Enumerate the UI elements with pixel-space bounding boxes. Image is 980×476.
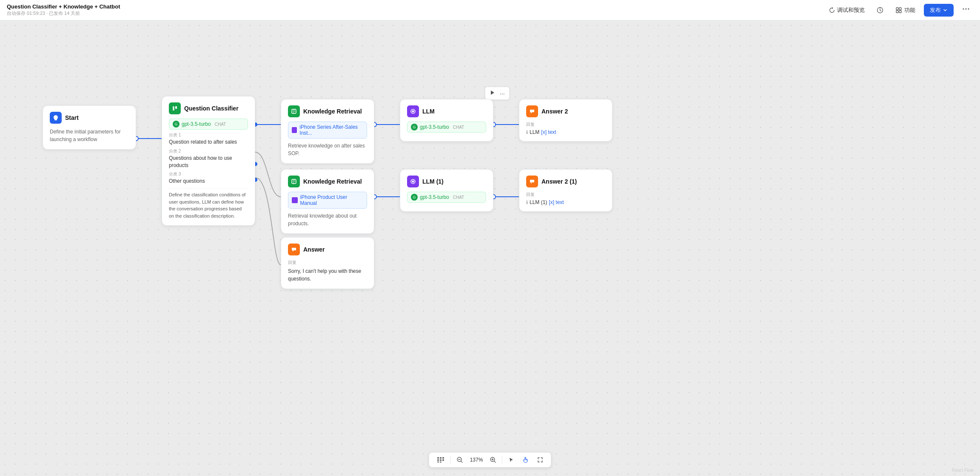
question-classifier-node: Question Classifier G gpt-3.5-turbo CHAT… (162, 96, 255, 226)
llm1-model-name: gpt-3.5-turbo (420, 124, 449, 130)
zoom-out-button[interactable] (454, 455, 465, 465)
llm2-icon (407, 176, 419, 187)
header-left: Question Classifier + Knowledge + Chatbo… (7, 3, 120, 17)
ans2-1-header: Answer 2 (1) (526, 176, 605, 187)
start-icon (50, 112, 62, 124)
ans2-icon (526, 105, 538, 117)
header-right: 调试和预览 功能 发布 (826, 3, 973, 17)
knowledge-retrieval-1-node: Knowledge Retrieval iPhone Series After-… (281, 99, 374, 164)
play-icon (490, 90, 496, 96)
dots-icon (962, 5, 970, 13)
ans2-ref-var: [x] text (541, 129, 556, 135)
llm1-model-badge: G gpt-3.5-turbo CHAT (407, 122, 486, 133)
qc-model-icon: G (173, 121, 179, 128)
workflow-canvas[interactable]: ··· Start Define the initial parameters … (0, 20, 980, 476)
divider1 (450, 456, 451, 464)
svg-rect-32 (437, 459, 439, 461)
start-title: Start (65, 114, 79, 121)
clock-icon (877, 7, 883, 14)
kr2-kb-badge: iPhone Product User Manual (288, 192, 367, 209)
hand-button[interactable] (520, 455, 531, 465)
float-actions: ··· (485, 87, 510, 100)
svg-rect-23 (173, 106, 174, 110)
kr2-kb-name: iPhone Product User Manual (300, 194, 363, 206)
cursor-icon (508, 457, 514, 463)
app-title: Question Classifier + Knowledge + Chatbo… (7, 3, 120, 10)
feature-button[interactable]: 功能 (892, 4, 919, 16)
qc-title: Question Classifier (184, 105, 239, 112)
llm1-title: LLM (422, 108, 435, 115)
llm1-icon (407, 105, 419, 117)
kr2-desc: Retrieval knowledge about out products. (288, 212, 367, 227)
header: Question Classifier + Knowledge + Chatbo… (0, 0, 980, 20)
qc-model-name: gpt-3.5-turbo (182, 121, 211, 127)
clock-button[interactable] (873, 5, 887, 16)
svg-rect-34 (442, 459, 444, 461)
svg-marker-22 (491, 91, 494, 95)
answer2-node: Answer 2 回复 ℹ LLM [x] text (519, 99, 612, 142)
chevron-down-icon (943, 8, 948, 13)
llm2-model-name: gpt-3.5-turbo (420, 194, 449, 200)
divider2 (502, 456, 502, 464)
ans2-header: Answer 2 (526, 105, 605, 117)
fit-button[interactable] (535, 455, 546, 465)
svg-rect-33 (440, 459, 442, 461)
start-desc: Define the initial parameters for launch… (50, 128, 129, 143)
llm1-node: LLM G gpt-3.5-turbo CHAT (400, 99, 493, 142)
answer-other-node: Answer 回复 Sorry, I can't help you with t… (281, 237, 374, 289)
start-node: Start Define the initial parameters for … (43, 105, 136, 150)
llm2-node: LLM (1) G gpt-3.5-turbo CHAT (400, 169, 493, 212)
ref2-icon: ℹ (526, 200, 528, 205)
start-node-header: Start (50, 112, 129, 124)
more-button[interactable] (959, 3, 973, 17)
svg-rect-30 (440, 457, 442, 459)
kr1-icon (288, 105, 300, 117)
answer-other-title: Answer (303, 246, 325, 253)
ans2-1-label: 回复 (526, 192, 605, 198)
cursor-button[interactable] (506, 455, 517, 465)
svg-point-7 (968, 8, 969, 10)
play-button[interactable] (489, 89, 496, 98)
answer-other-header: Answer (288, 244, 367, 255)
zoom-level: 137% (469, 457, 484, 463)
hand-icon (523, 457, 529, 463)
qc-class3: 分类 3 Other questions (169, 171, 248, 185)
svg-rect-24 (175, 106, 177, 109)
refresh-icon (829, 7, 835, 13)
minimap-icon (437, 457, 444, 463)
llm1-model-icon: G (411, 124, 418, 130)
kr2-kb-icon (292, 197, 298, 203)
zoom-in-button[interactable] (487, 455, 499, 465)
svg-point-5 (963, 8, 964, 10)
publish-button[interactable]: 发布 (924, 4, 954, 17)
ans2-title: Answer 2 (541, 108, 568, 115)
svg-rect-35 (437, 462, 439, 462)
minimap-button[interactable] (434, 455, 447, 465)
ans2-label: 回复 (526, 122, 605, 128)
answer-other-icon (288, 244, 300, 255)
qc-model-badge: G gpt-3.5-turbo CHAT (169, 119, 248, 130)
svg-rect-31 (442, 457, 444, 459)
svg-point-6 (966, 8, 967, 10)
knowledge-retrieval-2-node: Knowledge Retrieval iPhone Product User … (281, 169, 374, 234)
answer2-1-node: Answer 2 (1) 回复 ℹ LLM (1) [x] text (519, 169, 612, 212)
ref-icon: ℹ (526, 130, 528, 135)
app-subtitle: 自动保存 01:59:23 · 已发布 14 天前 (7, 10, 120, 17)
kr1-title: Knowledge Retrieval (303, 108, 362, 115)
kr1-kb-badge: iPhone Series After-Sales Inst... (288, 122, 367, 139)
kr1-desc: Retrieve knowledge on after sales SOP. (288, 142, 367, 157)
zoom-out-icon (457, 457, 463, 463)
llm2-title: LLM (1) (422, 178, 444, 185)
ellipsis-button[interactable]: ··· (499, 89, 506, 98)
ans2-1-ref-source: LLM (1) (530, 199, 547, 205)
bottom-toolbar: 137% (429, 452, 551, 468)
kr2-title: Knowledge Retrieval (303, 178, 362, 185)
ans2-1-ref: ℹ LLM (1) [x] text (526, 199, 605, 205)
zoom-in-icon (490, 457, 496, 463)
svg-rect-4 (899, 11, 901, 13)
svg-rect-29 (437, 457, 439, 459)
watermark: React Flow (952, 468, 973, 473)
llm1-model-tag: CHAT (453, 125, 464, 130)
preview-button[interactable]: 调试和预览 (826, 4, 868, 16)
ans2-1-icon (526, 176, 538, 187)
